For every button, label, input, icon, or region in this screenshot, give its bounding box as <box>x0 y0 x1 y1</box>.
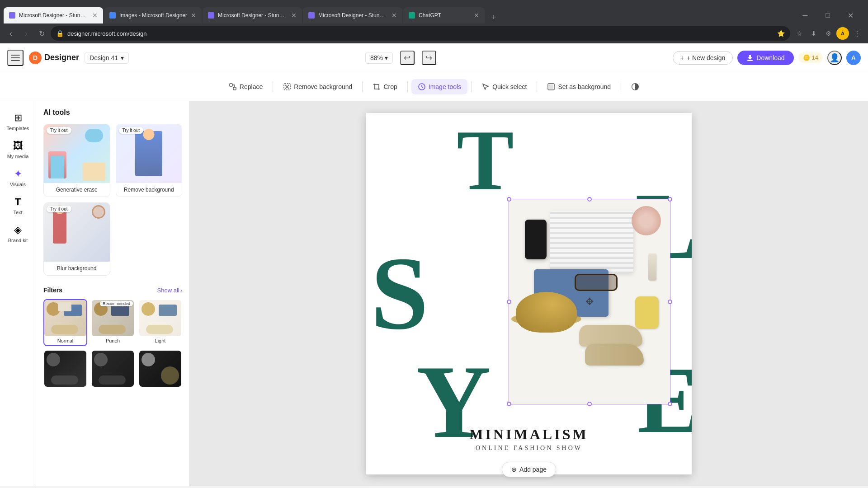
filter-normal-card[interactable]: Normal <box>43 299 87 346</box>
add-page-button[interactable]: ⊕ Add page <box>502 462 556 477</box>
coins-count: 14 <box>812 54 818 61</box>
profile-avatar[interactable]: A <box>846 51 861 65</box>
browser-tab-5[interactable]: ChatGPT ✕ <box>403 7 485 23</box>
chevron-down-icon: ▾ <box>121 54 124 61</box>
tab-close-2[interactable]: ✕ <box>191 12 196 19</box>
generative-erase-card[interactable]: Try it out Generative erase <box>43 124 110 197</box>
bookmark-button[interactable]: ☆ <box>793 27 806 40</box>
toolbar-separator-5 <box>537 81 537 92</box>
quick-select-button[interactable]: Quick select <box>475 79 533 94</box>
handle-bottom-left[interactable] <box>507 402 511 406</box>
tab-close-4[interactable]: ✕ <box>392 12 397 19</box>
design-canvas[interactable]: T S Y L E <box>366 113 692 474</box>
sidebar-item-visuals[interactable]: ✦ Visuals <box>2 164 34 191</box>
quick-select-icon <box>481 83 490 91</box>
download-button-label: Download <box>756 54 784 61</box>
brand-kit-icon: ◈ <box>14 224 22 236</box>
sidebar-item-my-media[interactable]: 🖼 My media <box>2 136 34 163</box>
url-text: designer.microsoft.com/design <box>67 30 774 37</box>
show-all-arrow-icon: › <box>180 287 182 294</box>
handle-mid-left[interactable] <box>507 300 511 304</box>
share-button[interactable]: 👤 <box>827 51 842 65</box>
left-panel: AI tools Try it out Generative erase <box>36 101 190 486</box>
crop-button[interactable]: Crop <box>366 79 403 94</box>
handle-top-right[interactable] <box>668 197 672 202</box>
handle-top-left[interactable] <box>507 197 511 202</box>
new-design-label: + New design <box>687 54 725 61</box>
new-design-button[interactable]: + + New design <box>673 51 733 65</box>
image-tools-icon <box>418 83 426 91</box>
filter-extra-1[interactable] <box>43 350 87 388</box>
window-close-button[interactable]: ✕ <box>840 9 861 22</box>
tab-close-3[interactable]: ✕ <box>291 12 297 19</box>
browser-tab-4[interactable]: Microsoft Designer - Stunning ✕ <box>303 7 402 23</box>
sidebar-item-brand-kit[interactable]: ◈ Brand kit <box>2 221 34 247</box>
tab-favicon-2 <box>109 12 116 19</box>
sidebar-item-text[interactable]: T Text <box>2 192 34 219</box>
hamburger-menu-button[interactable] <box>7 50 24 66</box>
settings-button[interactable]: ⋮ <box>851 27 863 40</box>
set-as-bg-label: Set as background <box>558 83 611 90</box>
blur-background-card-label: Blur background <box>44 262 110 275</box>
remove-bg-label: Remove background <box>294 83 352 90</box>
window-minimize-button[interactable]: ─ <box>795 9 816 22</box>
templates-icon: ⊞ <box>14 112 22 124</box>
zoom-button[interactable]: 88% ▾ <box>365 52 393 64</box>
sidebar-item-templates[interactable]: ⊞ Templates <box>2 108 34 135</box>
minimalism-title: MINIMALISM <box>469 426 588 443</box>
filter-normal-label: Normal <box>44 336 86 345</box>
sidebar-templates-label: Templates <box>6 126 29 131</box>
contrast-button[interactable] <box>625 79 646 94</box>
browser-tab-1[interactable]: Microsoft Designer - Stunning ✕ <box>4 7 103 23</box>
selected-image-container[interactable]: ✥ <box>509 199 670 404</box>
canvas-area[interactable]: T S Y L E <box>190 101 868 486</box>
recommended-badge: Recommended <box>100 301 133 306</box>
download-button[interactable]: Download <box>737 51 793 65</box>
tab-label-4: Microsoft Designer - Stunning <box>318 12 388 19</box>
set-as-bg-icon <box>547 83 555 91</box>
window-maximize-button[interactable]: □ <box>817 9 838 22</box>
undo-button[interactable]: ↩ <box>400 51 415 65</box>
tab-close-5[interactable]: ✕ <box>474 12 479 19</box>
handle-bottom-right[interactable] <box>668 402 672 406</box>
try-it-out-badge-1: Try it out <box>47 127 71 134</box>
filter-extra-3[interactable] <box>138 350 182 388</box>
handle-bottom-mid[interactable] <box>587 402 592 406</box>
remove-background-button[interactable]: Remove background <box>277 79 359 94</box>
browser-tab-3[interactable]: Microsoft Designer - Stunning ✕ <box>203 7 302 23</box>
blur-background-card[interactable]: Try it out Blur background <box>43 202 110 276</box>
new-tab-button[interactable]: + <box>487 11 500 23</box>
toolbar-separator-6 <box>621 81 621 92</box>
back-button[interactable]: ‹ <box>5 27 17 40</box>
filter-extra-2[interactable] <box>91 350 135 388</box>
forward-button[interactable]: › <box>20 27 33 40</box>
contrast-icon <box>631 83 639 91</box>
left-sidebar: ⊞ Templates 🖼 My media ✦ Visuals T Text … <box>0 101 36 486</box>
remove-background-card[interactable]: Try it out Remove background <box>116 124 183 197</box>
replace-button[interactable]: Replace <box>222 79 269 94</box>
redo-button[interactable]: ↪ <box>422 51 436 65</box>
add-page-label: Add page <box>519 466 547 473</box>
letter-t: T <box>457 117 514 203</box>
tab-close-1[interactable]: ✕ <box>92 12 98 19</box>
handle-top-mid[interactable] <box>587 197 592 202</box>
minimalism-subtitle: ONLINE FASHION SHOW <box>469 445 588 452</box>
set-as-background-button[interactable]: Set as background <box>541 79 617 94</box>
hamburger-icon <box>11 53 20 62</box>
fashion-image: ✥ <box>509 199 670 404</box>
profile-button[interactable]: A <box>836 27 849 40</box>
address-bar[interactable]: 🔒 designer.microsoft.com/design ⭐ <box>51 26 790 41</box>
show-all-link[interactable]: Show all › <box>157 287 182 294</box>
replace-label: Replace <box>240 83 263 90</box>
extensions-button[interactable]: ⚙ <box>822 27 835 40</box>
filters-title: Filters <box>43 286 62 294</box>
tab-favicon-4 <box>308 12 315 19</box>
handle-mid-right[interactable] <box>668 300 672 304</box>
download-manager-button[interactable]: ⬇ <box>807 27 820 40</box>
design-title-button[interactable]: Design 41 ▾ <box>85 52 129 64</box>
filter-light-card[interactable]: Light <box>138 299 182 346</box>
browser-tab-2[interactable]: Images - Microsoft Designer ✕ <box>104 7 202 23</box>
image-tools-button[interactable]: Image tools <box>411 79 467 94</box>
reload-button[interactable]: ↻ <box>35 27 48 40</box>
filter-light-label: Light <box>139 336 181 345</box>
